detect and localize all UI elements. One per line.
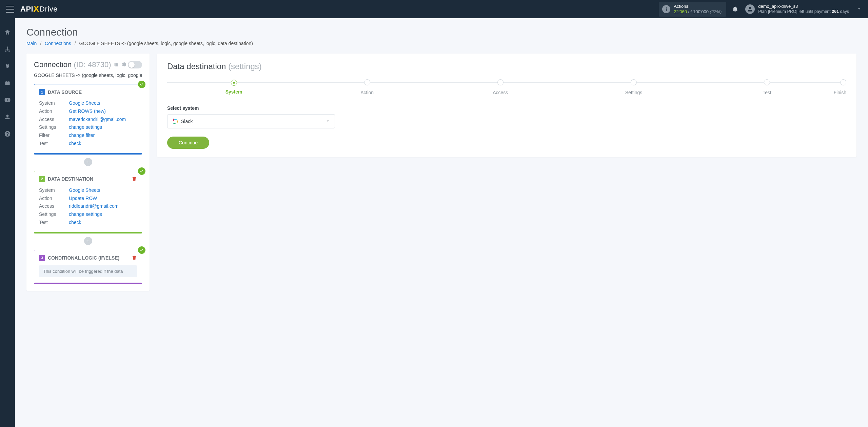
plan-days: 261 (832, 9, 839, 14)
menu-toggle[interactable] (6, 6, 14, 13)
logo-x: X (33, 4, 39, 14)
connection-header: Connection (ID: 48730) (34, 60, 142, 69)
dd-system[interactable]: Google Sheets (69, 186, 100, 195)
main: Connection Main / Connections / GOOGLE S… (15, 18, 868, 427)
add-step-button[interactable]: + (84, 237, 92, 245)
actions-box[interactable]: i Actions: 22'060 of 100'000 (22%) (659, 2, 726, 17)
status-badge (138, 246, 145, 254)
step-system[interactable]: System (167, 79, 300, 95)
actions-of: of (687, 9, 693, 14)
leftnav (0, 18, 15, 427)
stepper: System Action Access Settings Test Finis… (167, 79, 846, 95)
connection-path: GOOGLE SHEETS -> (google sheets, logic, … (34, 73, 142, 78)
step-settings[interactable]: Settings (567, 79, 700, 95)
system-select[interactable]: Slack (167, 114, 335, 128)
data-source-card[interactable]: 1DATA SOURCE SystemGoogle Sheets ActionG… (34, 84, 142, 155)
logo[interactable]: APIXDrive (20, 4, 58, 15)
step-finish[interactable]: Finish (834, 79, 846, 95)
system-select-value: Slack (181, 119, 325, 124)
bell-icon[interactable] (732, 5, 739, 13)
connection-panel: Connection (ID: 48730) GOOGLE SHEETS -> … (26, 54, 150, 291)
user-info: demo_apix-drive_s3 Plan |Premium PRO| le… (758, 4, 849, 15)
ds-filter[interactable]: change filter (69, 131, 95, 140)
continue-button[interactable]: Continue (167, 137, 209, 149)
chevron-down-icon (856, 6, 862, 13)
ds-settings[interactable]: change settings (69, 123, 102, 131)
help-icon[interactable] (4, 130, 11, 138)
crumb-connections[interactable]: Connections (45, 41, 71, 46)
home-icon[interactable] (4, 28, 11, 36)
avatar-icon (745, 4, 755, 14)
info-icon: i (662, 5, 670, 13)
card-title: CONDITIONAL LOGIC (IF/ELSE) (48, 255, 119, 261)
plan-suffix: days (839, 9, 849, 14)
status-badge (138, 167, 145, 175)
crumb-main[interactable]: Main (26, 41, 37, 46)
dd-settings[interactable]: change settings (69, 210, 102, 219)
crumb-current: GOOGLE SHEETS -> (google sheets, logic, … (79, 41, 253, 46)
dd-access[interactable]: riddleandrii@gmail.com (69, 202, 119, 210)
page-title: Connection (26, 26, 856, 38)
card-number: 1 (39, 89, 45, 95)
copy-icon[interactable] (114, 62, 119, 68)
ds-access[interactable]: maverickandrii@gmail.com (69, 116, 126, 124)
data-destination-card[interactable]: 2DATA DESTINATION SystemGoogle Sheets Ac… (34, 171, 142, 233)
dd-test[interactable]: check (69, 219, 81, 227)
slack-icon (172, 118, 178, 124)
actions-text: Actions: 22'060 of 100'000 (22%) (674, 4, 722, 15)
status-badge (138, 81, 145, 88)
delete-icon[interactable] (132, 255, 137, 261)
delete-icon[interactable] (132, 176, 137, 182)
actions-count: 22'060 (674, 9, 687, 14)
actions-total: 100'000 (693, 9, 709, 14)
topbar: APIXDrive i Actions: 22'060 of 100'000 (… (0, 0, 868, 18)
add-step-button[interactable]: + (84, 158, 92, 166)
user-icon[interactable] (4, 113, 11, 121)
card-title: DATA DESTINATION (48, 176, 93, 182)
card-number: 3 (39, 255, 45, 261)
dollar-icon[interactable] (4, 62, 11, 70)
select-system-label: Select system (167, 105, 846, 111)
enable-toggle[interactable] (128, 61, 142, 68)
conditional-logic-card[interactable]: 3CONDITIONAL LOGIC (IF/ELSE) This condit… (34, 250, 142, 284)
connection-head-label: Connection (34, 60, 74, 69)
card-title: DATA SOURCE (48, 89, 82, 95)
card-number: 2 (39, 176, 45, 182)
user-name: demo_apix-drive_s3 (758, 4, 849, 9)
dd-action[interactable]: Update ROW (69, 195, 97, 203)
breadcrumb: Main / Connections / GOOGLE SHEETS -> (g… (26, 41, 856, 46)
gear-icon[interactable] (121, 62, 126, 68)
briefcase-icon[interactable] (4, 79, 11, 87)
condition-note: This condition will be triggered if the … (39, 265, 137, 277)
chevron-down-icon (325, 118, 331, 125)
panel-title: Data destination (settings) (167, 62, 846, 71)
ds-action[interactable]: Get ROWS (new) (69, 107, 106, 116)
user-menu[interactable]: demo_apix-drive_s3 Plan |Premium PRO| le… (745, 4, 862, 15)
actions-pct: (22%) (709, 9, 722, 14)
step-access[interactable]: Access (434, 79, 567, 95)
youtube-icon[interactable] (4, 96, 11, 104)
ds-test[interactable]: check (69, 140, 81, 148)
logo-part1: API (20, 5, 33, 14)
connection-id: (ID: 48730) (74, 60, 111, 69)
step-test[interactable]: Test (701, 79, 834, 95)
logo-part2: Drive (39, 5, 58, 14)
ds-system[interactable]: Google Sheets (69, 99, 100, 107)
actions-label: Actions: (674, 4, 722, 9)
sitemap-icon[interactable] (4, 45, 11, 53)
settings-panel: Data destination (settings) System Actio… (157, 54, 856, 157)
plan-prefix: Plan |Premium PRO| left until payment (758, 9, 832, 14)
step-action[interactable]: Action (300, 79, 434, 95)
